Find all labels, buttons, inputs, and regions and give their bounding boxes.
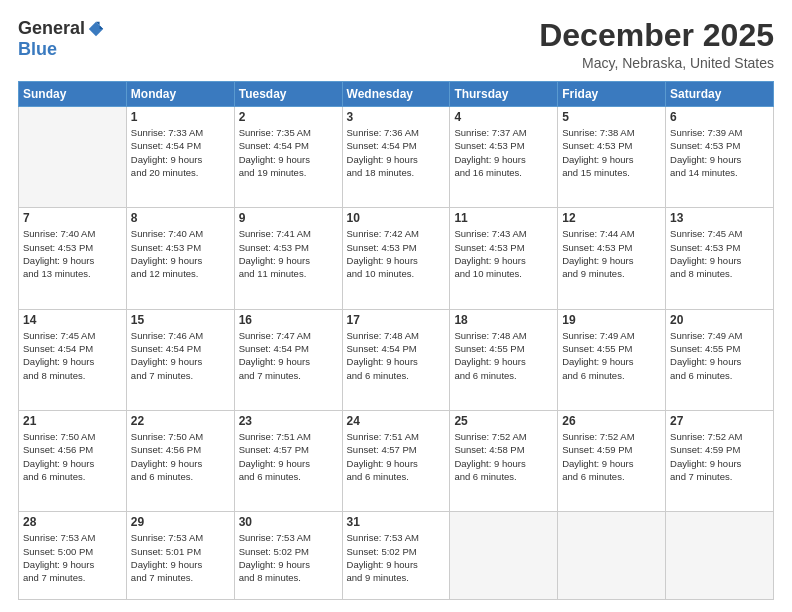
calendar-day-cell: 30Sunrise: 7:53 AM Sunset: 5:02 PM Dayli… — [234, 512, 342, 600]
calendar-day-cell: 31Sunrise: 7:53 AM Sunset: 5:02 PM Dayli… — [342, 512, 450, 600]
day-info: Sunrise: 7:48 AM Sunset: 4:55 PM Dayligh… — [454, 329, 553, 382]
day-info: Sunrise: 7:52 AM Sunset: 4:59 PM Dayligh… — [670, 430, 769, 483]
calendar-day-cell: 2Sunrise: 7:35 AM Sunset: 4:54 PM Daylig… — [234, 107, 342, 208]
day-info: Sunrise: 7:51 AM Sunset: 4:57 PM Dayligh… — [347, 430, 446, 483]
day-number: 5 — [562, 110, 661, 124]
logo: General Blue — [18, 18, 105, 60]
day-number: 7 — [23, 211, 122, 225]
calendar-day-cell: 10Sunrise: 7:42 AM Sunset: 4:53 PM Dayli… — [342, 208, 450, 309]
calendar-day-cell: 4Sunrise: 7:37 AM Sunset: 4:53 PM Daylig… — [450, 107, 558, 208]
calendar-day-cell: 8Sunrise: 7:40 AM Sunset: 4:53 PM Daylig… — [126, 208, 234, 309]
calendar-day-cell: 24Sunrise: 7:51 AM Sunset: 4:57 PM Dayli… — [342, 411, 450, 512]
day-number: 8 — [131, 211, 230, 225]
calendar-week-row: 14Sunrise: 7:45 AM Sunset: 4:54 PM Dayli… — [19, 309, 774, 410]
day-number: 17 — [347, 313, 446, 327]
day-number: 14 — [23, 313, 122, 327]
month-title: December 2025 — [539, 18, 774, 53]
day-info: Sunrise: 7:41 AM Sunset: 4:53 PM Dayligh… — [239, 227, 338, 280]
calendar-header-tuesday: Tuesday — [234, 82, 342, 107]
calendar-day-cell — [450, 512, 558, 600]
day-info: Sunrise: 7:39 AM Sunset: 4:53 PM Dayligh… — [670, 126, 769, 179]
day-info: Sunrise: 7:44 AM Sunset: 4:53 PM Dayligh… — [562, 227, 661, 280]
calendar-day-cell: 1Sunrise: 7:33 AM Sunset: 4:54 PM Daylig… — [126, 107, 234, 208]
day-info: Sunrise: 7:48 AM Sunset: 4:54 PM Dayligh… — [347, 329, 446, 382]
day-info: Sunrise: 7:35 AM Sunset: 4:54 PM Dayligh… — [239, 126, 338, 179]
day-info: Sunrise: 7:47 AM Sunset: 4:54 PM Dayligh… — [239, 329, 338, 382]
calendar-day-cell: 28Sunrise: 7:53 AM Sunset: 5:00 PM Dayli… — [19, 512, 127, 600]
day-info: Sunrise: 7:53 AM Sunset: 5:02 PM Dayligh… — [347, 531, 446, 584]
day-info: Sunrise: 7:53 AM Sunset: 5:01 PM Dayligh… — [131, 531, 230, 584]
day-number: 25 — [454, 414, 553, 428]
calendar-day-cell: 12Sunrise: 7:44 AM Sunset: 4:53 PM Dayli… — [558, 208, 666, 309]
calendar-day-cell: 26Sunrise: 7:52 AM Sunset: 4:59 PM Dayli… — [558, 411, 666, 512]
calendar-day-cell: 22Sunrise: 7:50 AM Sunset: 4:56 PM Dayli… — [126, 411, 234, 512]
calendar-day-cell: 9Sunrise: 7:41 AM Sunset: 4:53 PM Daylig… — [234, 208, 342, 309]
calendar-week-row: 21Sunrise: 7:50 AM Sunset: 4:56 PM Dayli… — [19, 411, 774, 512]
day-number: 29 — [131, 515, 230, 529]
calendar-day-cell: 15Sunrise: 7:46 AM Sunset: 4:54 PM Dayli… — [126, 309, 234, 410]
location: Macy, Nebraska, United States — [539, 55, 774, 71]
calendar-day-cell: 18Sunrise: 7:48 AM Sunset: 4:55 PM Dayli… — [450, 309, 558, 410]
day-info: Sunrise: 7:45 AM Sunset: 4:54 PM Dayligh… — [23, 329, 122, 382]
day-number: 31 — [347, 515, 446, 529]
day-number: 16 — [239, 313, 338, 327]
calendar-week-row: 1Sunrise: 7:33 AM Sunset: 4:54 PM Daylig… — [19, 107, 774, 208]
day-number: 28 — [23, 515, 122, 529]
day-number: 4 — [454, 110, 553, 124]
day-number: 10 — [347, 211, 446, 225]
calendar-header-wednesday: Wednesday — [342, 82, 450, 107]
day-info: Sunrise: 7:38 AM Sunset: 4:53 PM Dayligh… — [562, 126, 661, 179]
day-info: Sunrise: 7:45 AM Sunset: 4:53 PM Dayligh… — [670, 227, 769, 280]
calendar-day-cell: 16Sunrise: 7:47 AM Sunset: 4:54 PM Dayli… — [234, 309, 342, 410]
day-info: Sunrise: 7:37 AM Sunset: 4:53 PM Dayligh… — [454, 126, 553, 179]
day-number: 15 — [131, 313, 230, 327]
day-info: Sunrise: 7:43 AM Sunset: 4:53 PM Dayligh… — [454, 227, 553, 280]
day-info: Sunrise: 7:46 AM Sunset: 4:54 PM Dayligh… — [131, 329, 230, 382]
day-number: 11 — [454, 211, 553, 225]
day-info: Sunrise: 7:53 AM Sunset: 5:02 PM Dayligh… — [239, 531, 338, 584]
calendar-header-thursday: Thursday — [450, 82, 558, 107]
calendar-day-cell: 11Sunrise: 7:43 AM Sunset: 4:53 PM Dayli… — [450, 208, 558, 309]
day-info: Sunrise: 7:33 AM Sunset: 4:54 PM Dayligh… — [131, 126, 230, 179]
day-info: Sunrise: 7:40 AM Sunset: 4:53 PM Dayligh… — [23, 227, 122, 280]
day-number: 20 — [670, 313, 769, 327]
day-info: Sunrise: 7:40 AM Sunset: 4:53 PM Dayligh… — [131, 227, 230, 280]
day-info: Sunrise: 7:49 AM Sunset: 4:55 PM Dayligh… — [562, 329, 661, 382]
day-number: 2 — [239, 110, 338, 124]
day-number: 22 — [131, 414, 230, 428]
logo-icon — [87, 20, 105, 38]
day-number: 6 — [670, 110, 769, 124]
calendar-day-cell: 13Sunrise: 7:45 AM Sunset: 4:53 PM Dayli… — [666, 208, 774, 309]
calendar-day-cell — [19, 107, 127, 208]
day-number: 30 — [239, 515, 338, 529]
day-info: Sunrise: 7:50 AM Sunset: 4:56 PM Dayligh… — [23, 430, 122, 483]
calendar-day-cell: 27Sunrise: 7:52 AM Sunset: 4:59 PM Dayli… — [666, 411, 774, 512]
day-number: 3 — [347, 110, 446, 124]
calendar-header-saturday: Saturday — [666, 82, 774, 107]
day-number: 27 — [670, 414, 769, 428]
calendar-day-cell — [558, 512, 666, 600]
day-number: 23 — [239, 414, 338, 428]
page: General Blue December 2025 Macy, Nebrask… — [0, 0, 792, 612]
day-number: 26 — [562, 414, 661, 428]
day-number: 19 — [562, 313, 661, 327]
day-number: 24 — [347, 414, 446, 428]
calendar-day-cell — [666, 512, 774, 600]
day-number: 21 — [23, 414, 122, 428]
title-area: December 2025 Macy, Nebraska, United Sta… — [539, 18, 774, 71]
day-info: Sunrise: 7:53 AM Sunset: 5:00 PM Dayligh… — [23, 531, 122, 584]
calendar-header-friday: Friday — [558, 82, 666, 107]
day-info: Sunrise: 7:42 AM Sunset: 4:53 PM Dayligh… — [347, 227, 446, 280]
day-info: Sunrise: 7:51 AM Sunset: 4:57 PM Dayligh… — [239, 430, 338, 483]
day-info: Sunrise: 7:52 AM Sunset: 4:58 PM Dayligh… — [454, 430, 553, 483]
day-number: 13 — [670, 211, 769, 225]
day-info: Sunrise: 7:36 AM Sunset: 4:54 PM Dayligh… — [347, 126, 446, 179]
logo-general-text: General — [18, 18, 85, 39]
calendar-table: SundayMondayTuesdayWednesdayThursdayFrid… — [18, 81, 774, 600]
calendar-day-cell: 7Sunrise: 7:40 AM Sunset: 4:53 PM Daylig… — [19, 208, 127, 309]
day-number: 18 — [454, 313, 553, 327]
calendar-day-cell: 3Sunrise: 7:36 AM Sunset: 4:54 PM Daylig… — [342, 107, 450, 208]
logo-blue-text: Blue — [18, 39, 57, 60]
calendar-day-cell: 14Sunrise: 7:45 AM Sunset: 4:54 PM Dayli… — [19, 309, 127, 410]
calendar-week-row: 7Sunrise: 7:40 AM Sunset: 4:53 PM Daylig… — [19, 208, 774, 309]
